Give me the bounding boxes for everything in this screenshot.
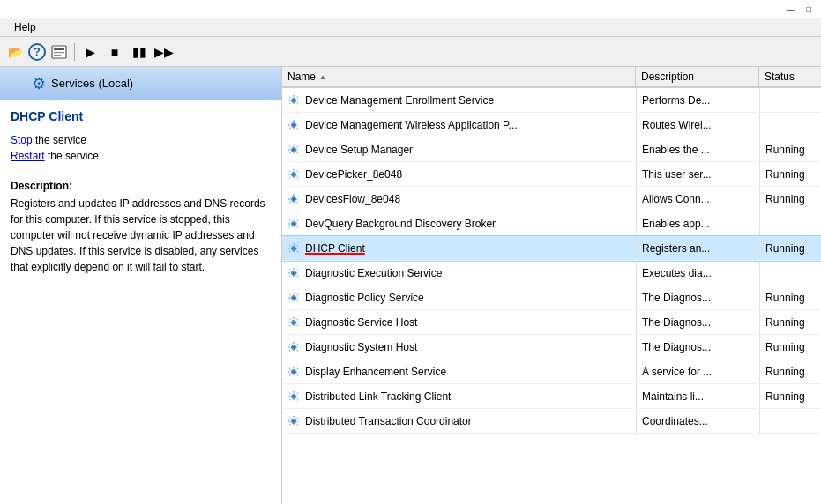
menu-help[interactable]: Help (7, 19, 43, 35)
gear-icon (286, 413, 302, 429)
table-row[interactable]: DHCP ClientRegisters an...Running (282, 236, 821, 261)
table-row[interactable]: DevicesFlow_8e048Allows Conn...Running (282, 187, 821, 211)
help-icon[interactable]: ? (28, 43, 46, 61)
stop-link[interactable]: Stop (11, 134, 33, 146)
service-name-cell: DHCP Client (282, 236, 636, 260)
description-text: Registers and updates IP addresses and D… (11, 196, 271, 275)
panel-header-text: Services (Local) (51, 77, 133, 90)
table-row[interactable]: Diagnostic System HostThe Diagnos...Runn… (282, 335, 821, 359)
sort-arrow: ▲ (319, 73, 326, 81)
col-header-status[interactable]: Status (759, 67, 821, 86)
pause-button[interactable]: ▮▮ (128, 41, 151, 63)
toolbar-separator-1 (74, 43, 75, 61)
svg-point-36 (293, 346, 295, 348)
service-name-cell: Distributed Transaction Coordinator (282, 409, 636, 433)
service-desc-cell: Coordinates... (636, 409, 759, 433)
main-container: ⚙ Services (Local) DHCP Client Stop the … (0, 67, 821, 504)
service-name-text: DevQuery Background Discovery Broker (305, 218, 496, 230)
gear-icon (286, 290, 302, 306)
service-desc-cell: The Diagnos... (636, 335, 759, 359)
play-button[interactable]: ▶ (78, 41, 101, 63)
service-desc-cell: Routes Wirel... (636, 113, 759, 137)
gear-icon (286, 265, 302, 281)
col-header-description[interactable]: Description (636, 67, 759, 86)
service-desc-cell: Enables the ... (636, 137, 759, 161)
service-status-cell (759, 211, 821, 235)
service-status-cell (759, 88, 821, 112)
service-name-text: Diagnostic Service Host (305, 316, 417, 329)
stop-service-action[interactable]: Stop the service (11, 134, 271, 146)
service-desc-cell: The Diagnos... (636, 285, 759, 309)
svg-rect-2 (54, 52, 64, 53)
table-row[interactable]: Diagnostic Service HostThe Diagnos...Run… (282, 310, 821, 335)
service-status-cell (759, 113, 821, 137)
panel-header: ⚙ Services (Local) (0, 67, 281, 100)
service-name-text: Diagnostic Execution Service (305, 267, 442, 279)
service-status-cell: Running (759, 310, 821, 334)
table-row[interactable]: Device Setup ManagerEnables the ...Runni… (282, 137, 821, 162)
table-row[interactable]: Distributed Transaction CoordinatorCoord… (282, 409, 821, 434)
svg-point-18 (293, 198, 295, 200)
service-status-cell: Running (759, 359, 821, 383)
service-status-cell (759, 409, 821, 433)
table-row[interactable]: DevicePicker_8e048This user ser...Runnin… (282, 162, 821, 187)
svg-point-45 (293, 420, 295, 422)
service-name-cell: Diagnostic Execution Service (282, 261, 636, 285)
svg-rect-1 (54, 48, 64, 50)
service-name-cell: Diagnostic Policy Service (282, 285, 636, 309)
service-status-cell (759, 261, 821, 285)
col-desc-label: Description (641, 70, 694, 83)
service-status-cell: Running (759, 162, 821, 186)
left-panel: ⚙ Services (Local) DHCP Client Stop the … (0, 67, 282, 504)
col-name-label: Name (287, 70, 316, 83)
svg-point-33 (293, 322, 295, 323)
gear-icon (286, 315, 302, 330)
table-row[interactable]: DevQuery Background Discovery BrokerEnab… (282, 211, 821, 236)
gear-icon (286, 167, 302, 182)
gear-icon (286, 93, 302, 108)
service-name-text: Device Management Wireless Application P… (305, 119, 518, 131)
gear-icon (286, 241, 302, 256)
maximize-button[interactable]: □ (800, 3, 817, 15)
restart-suffix: the service (45, 150, 99, 162)
properties-icon[interactable] (48, 41, 71, 63)
gear-icon (286, 142, 302, 158)
list-header: Name ▲ Description Status (282, 67, 821, 88)
gear-icon (286, 191, 302, 207)
gear-icon (286, 339, 302, 355)
service-name-text: DevicesFlow_8e048 (305, 193, 400, 205)
menu-bar: Help (0, 18, 821, 37)
service-desc-cell: Registers an... (636, 236, 759, 260)
table-row[interactable]: Diagnostic Execution ServiceExecutes dia… (282, 261, 821, 285)
table-row[interactable]: Distributed Link Tracking ClientMaintain… (282, 384, 821, 409)
svg-point-6 (293, 100, 295, 101)
col-header-name[interactable]: Name ▲ (282, 67, 636, 86)
service-status-cell: Running (759, 285, 821, 309)
restart-button[interactable]: ▶▶ (153, 41, 175, 63)
service-name-text: Distributed Link Tracking Client (305, 390, 451, 403)
restart-link[interactable]: Restart (11, 150, 45, 162)
table-row[interactable]: Diagnostic Policy ServiceThe Diagnos...R… (282, 285, 821, 310)
folder-icon[interactable]: 📂 (4, 41, 26, 63)
stop-button[interactable]: ■ (103, 41, 126, 63)
gear-icon (286, 389, 302, 404)
restart-service-action[interactable]: Restart the service (11, 150, 271, 162)
table-row[interactable]: Device Management Wireless Application P… (282, 113, 821, 137)
svg-point-12 (293, 149, 295, 151)
table-row[interactable]: Device Management Enrollment ServicePerf… (282, 88, 821, 113)
description-label: Description: (11, 180, 271, 192)
gear-icon (286, 216, 302, 232)
service-desc-cell: The Diagnos... (636, 310, 759, 334)
services-icon: ⚙ (32, 74, 46, 93)
service-name-cell: Device Management Wireless Application P… (282, 113, 636, 137)
service-status-cell: Running (759, 236, 821, 260)
service-name-cell: Device Setup Manager (282, 137, 636, 161)
service-status-cell: Running (759, 384, 821, 408)
service-name-cell: DevQuery Background Discovery Broker (282, 211, 636, 235)
service-desc-cell: Executes dia... (636, 261, 759, 285)
minimize-button[interactable]: — (782, 3, 800, 15)
svg-point-15 (293, 174, 295, 175)
service-name-cell: Display Enhancement Service (282, 359, 636, 383)
table-row[interactable]: Display Enhancement ServiceA service for… (282, 359, 821, 384)
panel-content: DHCP Client Stop the service Restart the… (0, 100, 281, 504)
